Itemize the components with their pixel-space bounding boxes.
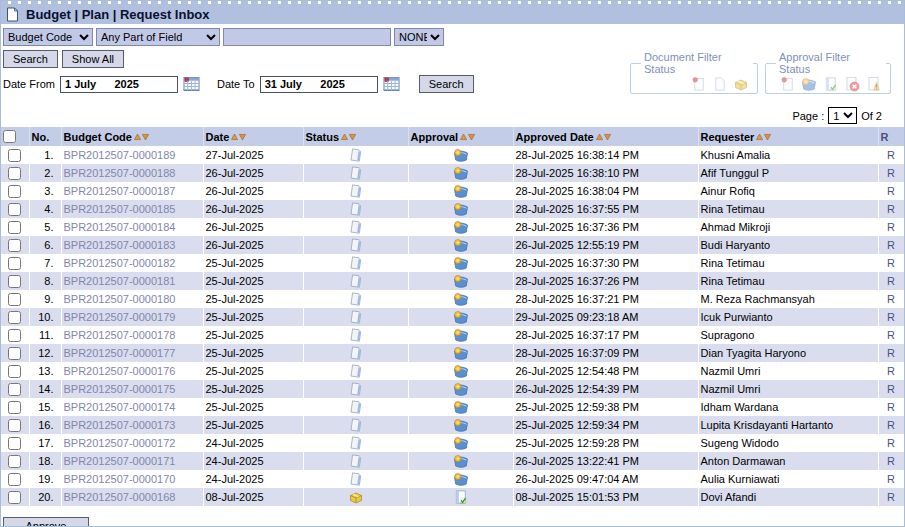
budget-code-link[interactable]: BPR2012507-0000176 — [64, 365, 176, 377]
budget-code-link[interactable]: BPR2012507-0000173 — [64, 419, 176, 431]
row-checkbox[interactable] — [8, 491, 21, 504]
doc-approved-icon[interactable] — [823, 76, 838, 92]
row-checkbox[interactable] — [8, 383, 21, 396]
row-checkbox[interactable] — [8, 329, 21, 342]
approval-cell — [408, 362, 513, 380]
sort-approved-date-icon[interactable] — [596, 133, 611, 141]
match-mode-select[interactable]: Any Part of Field — [96, 28, 220, 46]
budget-code-link[interactable]: BPR2012507-0000179 — [64, 311, 176, 323]
folder-pending-icon — [453, 148, 469, 162]
document-filter-legend: Document Filter Status — [641, 51, 753, 75]
sort-date-icon[interactable] — [231, 133, 246, 141]
revision-flag: R — [878, 380, 904, 398]
date-to-input[interactable] — [260, 76, 378, 93]
row-checkbox[interactable] — [8, 419, 21, 432]
budget-code-link[interactable]: BPR2012507-0000172 — [64, 437, 176, 449]
approval-cell — [408, 218, 513, 236]
approve-button[interactable]: Approve — [3, 517, 89, 527]
select-all-checkbox[interactable] — [3, 130, 16, 143]
doc-red-dot-icon[interactable] — [691, 76, 706, 92]
table-row: 20.BPR2012507-000016808-Jul-202508-Jul-2… — [1, 488, 904, 506]
budget-code-link[interactable]: BPR2012507-0000182 — [64, 257, 176, 269]
doc-red-dot-icon[interactable] — [780, 76, 795, 92]
budget-code-link[interactable]: BPR2012507-0000180 — [64, 293, 176, 305]
field-select[interactable]: Budget Code — [3, 28, 93, 46]
row-checkbox[interactable] — [8, 455, 21, 468]
search-button[interactable]: Search — [3, 50, 58, 68]
revision-flag: R — [878, 146, 904, 164]
row-checkbox[interactable] — [8, 437, 21, 450]
revision-flag: R — [878, 470, 904, 488]
doc-pending-icon — [348, 363, 363, 379]
doc-pending-icon — [348, 381, 363, 397]
page-select[interactable]: 1 — [828, 107, 857, 124]
doc-approved-icon — [453, 489, 468, 505]
table-row: 7.BPR2012507-000018225-Jul-202528-Jul-20… — [1, 254, 904, 272]
budget-code-link[interactable]: BPR2012507-0000175 — [64, 383, 176, 395]
sort-select[interactable]: NONE — [394, 28, 444, 46]
archive-box-icon[interactable] — [733, 76, 749, 92]
request-date: 27-Jul-2025 — [203, 146, 303, 164]
budget-code-link[interactable]: BPR2012507-0000189 — [64, 149, 176, 161]
budget-code-link[interactable]: BPR2012507-0000185 — [64, 203, 176, 215]
budget-code-link[interactable]: BPR2012507-0000170 — [64, 473, 176, 485]
row-number: 11. — [29, 326, 61, 344]
row-checkbox[interactable] — [8, 257, 21, 270]
calendar-from-icon[interactable] — [183, 76, 200, 92]
row-checkbox[interactable] — [8, 149, 21, 162]
row-number: 3. — [29, 182, 61, 200]
approved-date: 26-Jul-2025 12:54:39 PM — [513, 380, 698, 398]
budget-code-link[interactable]: BPR2012507-0000187 — [64, 185, 176, 197]
row-checkbox[interactable] — [8, 473, 21, 486]
row-checkbox[interactable] — [8, 275, 21, 288]
row-select-cell — [1, 182, 29, 200]
row-checkbox[interactable] — [8, 365, 21, 378]
approved-date: 28-Jul-2025 16:38:10 PM — [513, 164, 698, 182]
folder-pending-icon[interactable] — [801, 76, 817, 92]
row-checkbox[interactable] — [8, 239, 21, 252]
doc-pending-icon — [348, 345, 363, 361]
budget-code-link[interactable]: BPR2012507-0000183 — [64, 239, 176, 251]
budget-code-cell: BPR2012507-0000184 — [61, 218, 203, 236]
row-checkbox[interactable] — [8, 293, 21, 306]
requester: Anton Darmawan — [698, 452, 878, 470]
row-checkbox[interactable] — [8, 203, 21, 216]
row-number: 1. — [29, 146, 61, 164]
budget-code-cell: BPR2012507-0000168 — [61, 488, 203, 506]
budget-code-link[interactable]: BPR2012507-0000178 — [64, 329, 176, 341]
row-select-cell — [1, 326, 29, 344]
sort-status-icon[interactable] — [341, 133, 356, 141]
date-from-input[interactable] — [60, 76, 178, 93]
budget-code-link[interactable]: BPR2012507-0000171 — [64, 455, 176, 467]
search-input[interactable] — [223, 28, 391, 46]
requester: Idham Wardana — [698, 398, 878, 416]
budget-code-link[interactable]: BPR2012507-0000177 — [64, 347, 176, 359]
calendar-to-icon[interactable] — [383, 76, 400, 92]
doc-exclaim-icon[interactable] — [866, 76, 882, 92]
budget-code-link[interactable]: BPR2012507-0000174 — [64, 401, 176, 413]
budget-code-link[interactable]: BPR2012507-0000168 — [64, 491, 176, 503]
row-checkbox[interactable] — [8, 347, 21, 360]
budget-code-link[interactable]: BPR2012507-0000188 — [64, 167, 176, 179]
date-search-button[interactable]: Search — [419, 75, 474, 93]
doc-rejected-icon[interactable] — [844, 76, 860, 92]
budget-code-link[interactable]: BPR2012507-0000181 — [64, 275, 176, 287]
row-checkbox[interactable] — [8, 401, 21, 414]
row-checkbox[interactable] — [8, 221, 21, 234]
folder-pending-icon — [453, 220, 469, 234]
doc-plain-icon[interactable] — [712, 76, 727, 92]
sort-approval-icon[interactable] — [460, 133, 475, 141]
row-checkbox[interactable] — [8, 167, 21, 180]
row-checkbox[interactable] — [8, 311, 21, 324]
doc-pending-icon — [348, 255, 363, 271]
approval-cell — [408, 146, 513, 164]
sort-requester-icon[interactable] — [756, 133, 771, 141]
request-date: 25-Jul-2025 — [203, 398, 303, 416]
budget-code-link[interactable]: BPR2012507-0000184 — [64, 221, 176, 233]
request-date: 08-Jul-2025 — [203, 488, 303, 506]
show-all-button[interactable]: Show All — [62, 50, 124, 68]
row-checkbox[interactable] — [8, 185, 21, 198]
table-body: 1.BPR2012507-000018927-Jul-202528-Jul-20… — [1, 146, 904, 506]
requester: Sugeng Widodo — [698, 434, 878, 452]
sort-budget-code-icon[interactable] — [134, 133, 149, 141]
